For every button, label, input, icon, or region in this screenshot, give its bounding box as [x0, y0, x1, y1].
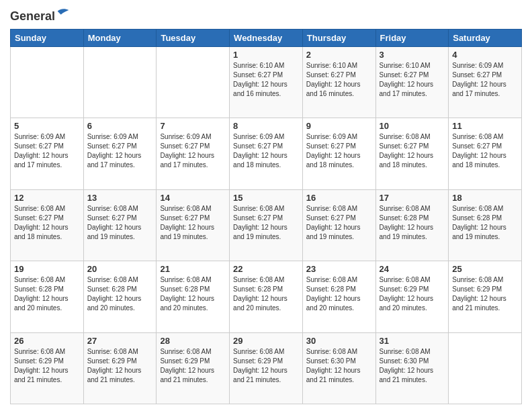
day-info: Sunrise: 6:09 AM Sunset: 6:27 PM Dayligh… — [452, 61, 518, 99]
calendar-cell: 14Sunrise: 6:08 AM Sunset: 6:27 PM Dayli… — [157, 189, 230, 261]
day-number: 8 — [233, 121, 299, 131]
calendar-cell: 1Sunrise: 6:10 AM Sunset: 6:27 PM Daylig… — [230, 46, 303, 118]
weekday-header-friday: Friday — [375, 29, 449, 46]
day-number: 17 — [380, 193, 445, 203]
calendar-cell: 4Sunrise: 6:09 AM Sunset: 6:27 PM Daylig… — [449, 46, 522, 118]
calendar-cell: 19Sunrise: 6:08 AM Sunset: 6:28 PM Dayli… — [11, 261, 84, 332]
weekday-header-monday: Monday — [83, 29, 157, 46]
day-info: Sunrise: 6:10 AM Sunset: 6:27 PM Dayligh… — [233, 61, 299, 99]
day-info: Sunrise: 6:08 AM Sunset: 6:27 PM Dayligh… — [380, 132, 445, 170]
calendar-week-row: 12Sunrise: 6:08 AM Sunset: 6:27 PM Dayli… — [11, 189, 522, 261]
day-info: Sunrise: 6:08 AM Sunset: 6:28 PM Dayligh… — [452, 204, 518, 242]
calendar-cell: 18Sunrise: 6:08 AM Sunset: 6:28 PM Dayli… — [449, 189, 522, 261]
day-number: 14 — [160, 193, 226, 203]
day-info: Sunrise: 6:08 AM Sunset: 6:29 PM Dayligh… — [233, 347, 299, 385]
calendar-week-row: 26Sunrise: 6:08 AM Sunset: 6:29 PM Dayli… — [11, 332, 522, 404]
calendar-cell: 16Sunrise: 6:08 AM Sunset: 6:27 PM Dayli… — [302, 189, 375, 261]
logo-text: General — [10, 7, 70, 24]
day-number: 10 — [380, 121, 445, 131]
day-number: 27 — [87, 336, 153, 346]
calendar-week-row: 5Sunrise: 6:09 AM Sunset: 6:27 PM Daylig… — [11, 118, 522, 189]
calendar-cell: 22Sunrise: 6:08 AM Sunset: 6:28 PM Dayli… — [230, 261, 303, 332]
day-info: Sunrise: 6:09 AM Sunset: 6:27 PM Dayligh… — [87, 132, 153, 170]
day-number: 23 — [306, 264, 372, 274]
day-info: Sunrise: 6:08 AM Sunset: 6:28 PM Dayligh… — [14, 275, 80, 313]
calendar-cell: 10Sunrise: 6:08 AM Sunset: 6:27 PM Dayli… — [375, 118, 449, 189]
day-number: 21 — [160, 264, 226, 274]
weekday-header-thursday: Thursday — [302, 29, 375, 46]
day-info: Sunrise: 6:08 AM Sunset: 6:29 PM Dayligh… — [14, 347, 80, 385]
day-number: 1 — [233, 50, 299, 60]
calendar-cell: 27Sunrise: 6:08 AM Sunset: 6:29 PM Dayli… — [83, 332, 157, 404]
day-info: Sunrise: 6:08 AM Sunset: 6:27 PM Dayligh… — [306, 204, 372, 242]
day-info: Sunrise: 6:09 AM Sunset: 6:27 PM Dayligh… — [306, 132, 372, 170]
day-number: 2 — [306, 50, 372, 60]
weekday-header-tuesday: Tuesday — [157, 29, 230, 46]
day-number: 12 — [14, 193, 80, 203]
day-info: Sunrise: 6:08 AM Sunset: 6:29 PM Dayligh… — [160, 347, 226, 385]
calendar-cell: 5Sunrise: 6:09 AM Sunset: 6:27 PM Daylig… — [11, 118, 84, 189]
day-number: 20 — [87, 264, 153, 274]
day-number: 24 — [380, 264, 445, 274]
calendar-cell: 15Sunrise: 6:08 AM Sunset: 6:27 PM Dayli… — [230, 189, 303, 261]
calendar-cell: 9Sunrise: 6:09 AM Sunset: 6:27 PM Daylig… — [302, 118, 375, 189]
day-number: 28 — [160, 336, 226, 346]
calendar-cell: 6Sunrise: 6:09 AM Sunset: 6:27 PM Daylig… — [83, 118, 157, 189]
page: General SundayMondayTuesdayWednesdayThur… — [0, 0, 532, 411]
logo-general: General — [10, 7, 70, 24]
calendar-cell: 29Sunrise: 6:08 AM Sunset: 6:29 PM Dayli… — [230, 332, 303, 404]
logo-bird-icon — [56, 7, 70, 20]
calendar-cell: 23Sunrise: 6:08 AM Sunset: 6:28 PM Dayli… — [302, 261, 375, 332]
day-info: Sunrise: 6:08 AM Sunset: 6:29 PM Dayligh… — [87, 347, 153, 385]
day-info: Sunrise: 6:08 AM Sunset: 6:28 PM Dayligh… — [306, 275, 372, 313]
day-number: 22 — [233, 264, 299, 274]
weekday-header-wednesday: Wednesday — [230, 29, 303, 46]
day-info: Sunrise: 6:08 AM Sunset: 6:28 PM Dayligh… — [160, 275, 226, 313]
day-number: 16 — [306, 193, 372, 203]
calendar-cell: 7Sunrise: 6:09 AM Sunset: 6:27 PM Daylig… — [157, 118, 230, 189]
day-number: 19 — [14, 264, 80, 274]
calendar-cell: 20Sunrise: 6:08 AM Sunset: 6:28 PM Dayli… — [83, 261, 157, 332]
calendar-cell: 13Sunrise: 6:08 AM Sunset: 6:27 PM Dayli… — [83, 189, 157, 261]
calendar-cell: 11Sunrise: 6:08 AM Sunset: 6:27 PM Dayli… — [449, 118, 522, 189]
day-info: Sunrise: 6:08 AM Sunset: 6:30 PM Dayligh… — [380, 347, 445, 385]
day-info: Sunrise: 6:08 AM Sunset: 6:28 PM Dayligh… — [87, 275, 153, 313]
header: General — [10, 7, 522, 24]
day-number: 9 — [306, 121, 372, 131]
calendar-week-row: 19Sunrise: 6:08 AM Sunset: 6:28 PM Dayli… — [11, 261, 522, 332]
calendar-cell: 17Sunrise: 6:08 AM Sunset: 6:28 PM Dayli… — [375, 189, 449, 261]
day-info: Sunrise: 6:08 AM Sunset: 6:27 PM Dayligh… — [452, 132, 518, 170]
day-number: 30 — [306, 336, 372, 346]
calendar-cell: 28Sunrise: 6:08 AM Sunset: 6:29 PM Dayli… — [157, 332, 230, 404]
day-number: 18 — [452, 193, 518, 203]
day-info: Sunrise: 6:08 AM Sunset: 6:30 PM Dayligh… — [306, 347, 372, 385]
day-number: 11 — [452, 121, 518, 131]
day-info: Sunrise: 6:09 AM Sunset: 6:27 PM Dayligh… — [233, 132, 299, 170]
calendar-cell — [449, 332, 522, 404]
day-number: 4 — [452, 50, 518, 60]
day-number: 13 — [87, 193, 153, 203]
day-number: 7 — [160, 121, 226, 131]
day-number: 26 — [14, 336, 80, 346]
day-info: Sunrise: 6:08 AM Sunset: 6:27 PM Dayligh… — [160, 204, 226, 242]
day-number: 5 — [14, 121, 80, 131]
calendar-cell — [157, 46, 230, 118]
day-info: Sunrise: 6:08 AM Sunset: 6:29 PM Dayligh… — [452, 275, 518, 313]
calendar-cell: 2Sunrise: 6:10 AM Sunset: 6:27 PM Daylig… — [302, 46, 375, 118]
day-number: 3 — [380, 50, 445, 60]
calendar-cell — [11, 46, 84, 118]
calendar-cell: 24Sunrise: 6:08 AM Sunset: 6:29 PM Dayli… — [375, 261, 449, 332]
calendar-cell: 30Sunrise: 6:08 AM Sunset: 6:30 PM Dayli… — [302, 332, 375, 404]
day-info: Sunrise: 6:08 AM Sunset: 6:28 PM Dayligh… — [233, 275, 299, 313]
calendar-cell: 3Sunrise: 6:10 AM Sunset: 6:27 PM Daylig… — [375, 46, 449, 118]
day-number: 29 — [233, 336, 299, 346]
day-info: Sunrise: 6:09 AM Sunset: 6:27 PM Dayligh… — [14, 132, 80, 170]
day-number: 6 — [87, 121, 153, 131]
calendar-cell: 21Sunrise: 6:08 AM Sunset: 6:28 PM Dayli… — [157, 261, 230, 332]
calendar-cell: 12Sunrise: 6:08 AM Sunset: 6:27 PM Dayli… — [11, 189, 84, 261]
calendar-cell: 31Sunrise: 6:08 AM Sunset: 6:30 PM Dayli… — [375, 332, 449, 404]
calendar-cell — [83, 46, 157, 118]
weekday-header-saturday: Saturday — [449, 29, 522, 46]
logo: General — [10, 7, 70, 24]
calendar-cell: 26Sunrise: 6:08 AM Sunset: 6:29 PM Dayli… — [11, 332, 84, 404]
